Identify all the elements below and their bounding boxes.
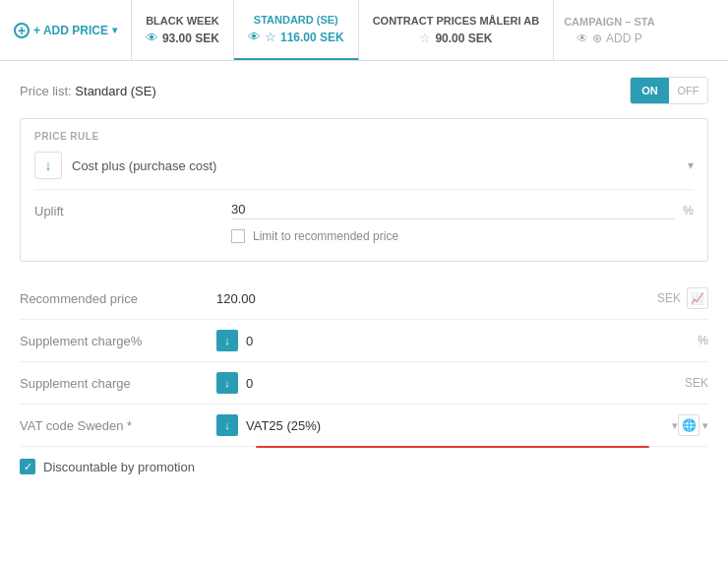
add-price-button[interactable]: + + ADD PRICE ▾ <box>0 0 132 60</box>
tab-black-week-price-row: 👁 93.00 SEK <box>146 31 219 45</box>
eye-icon: 👁 <box>146 31 158 45</box>
eye-icon-3: 👁 <box>576 31 588 45</box>
supplement-charge-pct-row: Supplement charge% ↓ 0 % <box>20 320 708 362</box>
main-content: Price list: Standard (SE) ON OFF PRICE R… <box>0 61 728 490</box>
plus-icon: ⊕ <box>592 31 602 45</box>
uplift-value[interactable]: 30 <box>231 202 675 219</box>
tab-black-week[interactable]: BLACK WEEK 👁 93.00 SEK <box>132 0 234 60</box>
price-rule-row[interactable]: ↓ Cost plus (purchase cost) ▾ <box>34 152 694 190</box>
star-icon-2: ☆ <box>419 31 431 45</box>
recommended-price-row: Recommended price 120.00 SEK 📈 <box>20 278 708 320</box>
eye-icon-2: 👁 <box>248 30 261 44</box>
vat-select[interactable]: VAT25 (25%) ▾ <box>246 418 678 433</box>
limit-row: Limit to recommended price <box>231 229 694 243</box>
recommended-price-value[interactable]: 120.00 <box>216 291 649 306</box>
star-icon: ☆ <box>265 30 276 44</box>
price-rule-section-label: PRICE RULE <box>34 131 694 142</box>
supplement-charge-row: Supplement charge ↓ 0 SEK <box>20 362 708 405</box>
vat-right-icons: 🌐 ▾ <box>678 414 708 436</box>
add-price-label: + ADD PRICE <box>33 24 108 37</box>
price-list-info: Price list: Standard (SE) <box>20 84 156 98</box>
globe-chevron-icon: ▾ <box>702 419 708 432</box>
discountable-checkbox[interactable]: ✓ <box>20 459 35 474</box>
campaign-sub-row: 👁 ⊕ ADD P <box>576 31 642 45</box>
price-rule-box: PRICE RULE ↓ Cost plus (purchase cost) ▾… <box>20 118 708 262</box>
tab-campaign[interactable]: CAMPAIGN – STA 👁 ⊕ ADD P <box>554 0 665 60</box>
chart-icon[interactable]: 📈 <box>687 287 708 309</box>
tab-standard-se-price-row: 👁 ☆ 116.00 SEK <box>248 30 344 44</box>
tab-standard-se[interactable]: STANDARD (SE) 👁 ☆ 116.00 SEK <box>234 0 359 60</box>
plus-circle-icon: + <box>14 23 30 38</box>
limit-checkbox[interactable] <box>231 229 245 243</box>
toggle-on[interactable]: ON <box>631 78 669 103</box>
vat-code-row: VAT code Sweden * ↓ VAT25 (25%) ▾ 🌐 ▾ <box>20 405 708 447</box>
toggle-off[interactable]: OFF <box>669 78 707 103</box>
toggle-switch[interactable]: ON OFF <box>630 77 708 104</box>
uplift-row: Uplift 30 % <box>34 202 694 219</box>
supplement-value[interactable]: 0 <box>246 376 253 391</box>
chevron-down-icon-2: ▾ <box>688 158 694 172</box>
arrow-down-icon-3: ↓ <box>216 414 238 436</box>
price-rule-left: ↓ Cost plus (purchase cost) <box>34 152 216 179</box>
download-icon: ↓ <box>34 152 62 179</box>
chevron-down-icon: ▾ <box>112 25 117 35</box>
discountable-row: ✓ Discountable by promotion <box>20 447 708 474</box>
uplift-unit: % <box>683 204 694 218</box>
tab-bar: + + ADD PRICE ▾ BLACK WEEK 👁 93.00 SEK S… <box>0 0 728 61</box>
globe-icon[interactable]: 🌐 <box>678 414 699 436</box>
supplement-pct-value[interactable]: 0 <box>246 334 253 348</box>
arrow-down-icon-2: ↓ <box>216 372 238 394</box>
arrow-down-icon: ↓ <box>216 330 238 351</box>
price-list-header: Price list: Standard (SE) ON OFF <box>20 77 708 104</box>
tab-contract-prices[interactable]: CONTRACT PRICES MÅLERI AB ☆ 90.00 SEK <box>359 0 554 60</box>
tab-contract-price-row: ☆ 90.00 SEK <box>419 31 492 45</box>
